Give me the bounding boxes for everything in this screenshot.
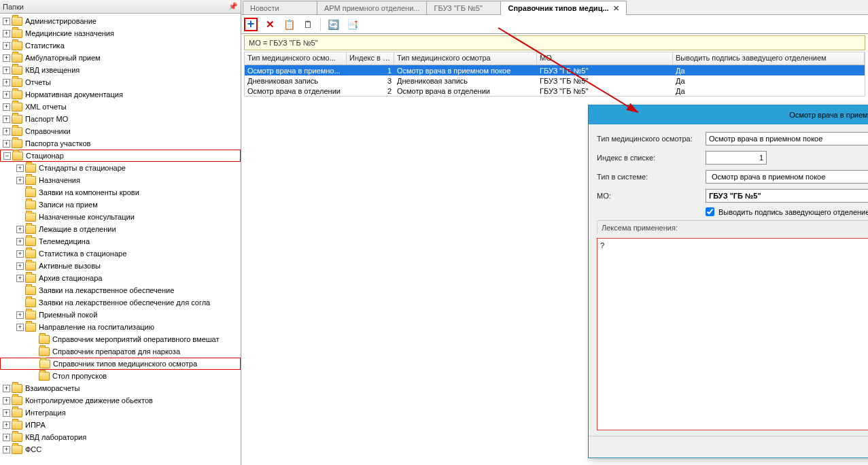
tab[interactable]: ГБУЗ "ГБ №5"	[426, 1, 501, 14]
toolbar: + ✕ 📋 🗒 🔄 📑	[241, 15, 868, 34]
tree-item-label: Лежащие в отделении	[39, 225, 116, 233]
tree-item[interactable]: +КВД извещения	[0, 64, 241, 76]
toolbar-btn-1[interactable]: 📋	[282, 18, 296, 31]
expand-icon[interactable]: +	[16, 177, 24, 184]
expand-icon[interactable]: +	[16, 250, 24, 258]
dialog-body: Тип медицинского осмотра: Индекс в списк…	[589, 124, 868, 436]
expand-icon[interactable]: +	[3, 421, 10, 429]
tree-item[interactable]: +Архив стационара	[0, 272, 241, 284]
expand-icon[interactable]: +	[3, 446, 10, 453]
expand-icon[interactable]: +	[3, 91, 10, 99]
grid-column-header[interactable]: МО	[537, 52, 673, 65]
grid-column-header[interactable]: Тип медицинского осмо...	[245, 52, 347, 65]
expand-icon[interactable]: +	[16, 311, 24, 319]
expand-icon[interactable]: +	[3, 434, 10, 441]
select-systype[interactable]: Осмотр врача в приемном покое	[706, 170, 868, 184]
expand-icon[interactable]: +	[3, 128, 10, 135]
tree-item[interactable]: Стол пропусков	[0, 370, 241, 382]
tree-item[interactable]: +Интеграция	[0, 407, 241, 419]
checkbox-show-signature[interactable]	[706, 207, 714, 216]
expand-icon[interactable]: +	[3, 140, 10, 148]
expand-icon[interactable]: +	[3, 79, 10, 86]
expand-icon[interactable]: +	[3, 409, 10, 417]
tree-item[interactable]: +XML отчеты	[0, 101, 241, 113]
tree-item[interactable]: +Отчеты	[0, 76, 241, 88]
expand-icon[interactable]: +	[3, 54, 10, 62]
add-button[interactable]: +	[244, 18, 258, 31]
tab[interactable]: АРМ приемного отделени...	[317, 1, 427, 14]
tree-item[interactable]: +Назначения	[0, 174, 241, 186]
grid-column-header[interactable]: Индекс в с...	[347, 52, 394, 65]
filter-bar[interactable]: МО = ГБУЗ "ГБ №5"	[244, 35, 865, 50]
input-index[interactable]	[706, 151, 767, 165]
tree-item[interactable]: +Статистика в стационаре	[0, 247, 241, 260]
input-exam-type[interactable]	[706, 132, 868, 145]
table-row[interactable]: Осмотр врача в отделении2Осмотр врача в …	[245, 86, 865, 96]
tree-item[interactable]: Назначенные консультации	[0, 211, 241, 223]
expand-icon[interactable]: +	[3, 30, 10, 37]
tree-item[interactable]: +КВД лаборатория	[0, 431, 241, 443]
expand-icon[interactable]: +	[16, 324, 24, 331]
list-icon: 📑	[347, 19, 358, 30]
tree-item[interactable]: Справочник мероприятий оперативного вмеш…	[0, 333, 241, 345]
pin-icon[interactable]: 📌	[228, 2, 238, 12]
tree-item[interactable]: +Статистика	[0, 39, 241, 52]
expand-icon[interactable]: +	[3, 397, 10, 404]
tree-item[interactable]: +Направление на госпитализацию	[0, 321, 241, 333]
expand-icon[interactable]: +	[3, 103, 10, 111]
tree-item[interactable]: +Администрирование	[0, 15, 241, 27]
tree-item[interactable]: Справочник типов медицинского осмотра	[0, 358, 241, 370]
expand-icon[interactable]: +	[16, 226, 24, 233]
tree-item[interactable]: Заявки на лекарственное обеспечение для …	[0, 296, 241, 309]
grid-column-header[interactable]: Выводить подпись заведущего отделением	[673, 52, 865, 65]
tree-item[interactable]: +Контролируемое движение обьектов	[0, 394, 241, 407]
table-row[interactable]: Осмотр врача в приемно...1Осмотр врача в…	[245, 65, 865, 75]
expand-icon[interactable]: +	[3, 67, 10, 74]
expand-icon[interactable]: +	[16, 275, 24, 282]
tree-item[interactable]: +Телемедицина	[0, 235, 241, 247]
mo-field[interactable]: ГБУЗ "ГБ №5"	[706, 189, 868, 203]
tree-item[interactable]: −Стационар	[0, 150, 241, 162]
expand-icon[interactable]: +	[16, 165, 24, 172]
collapse-icon[interactable]: −	[3, 152, 11, 160]
tree-item[interactable]: +Справочники	[0, 125, 241, 137]
tree-item[interactable]: +Нормативная документация	[0, 88, 241, 101]
expand-icon[interactable]: +	[3, 42, 10, 50]
tree-item[interactable]: Заявки на компоненты крови	[0, 186, 241, 199]
filter-text: МО = ГБУЗ "ГБ №5"	[249, 39, 318, 47]
toggle-blank	[16, 287, 24, 294]
tree-item[interactable]: +Активные вызовы	[0, 260, 241, 272]
tree-item[interactable]: Заявки на лекарственное обеспечение	[0, 284, 241, 296]
tree-item[interactable]: +Паспорт МО	[0, 113, 241, 125]
expand-icon[interactable]: +	[16, 238, 24, 245]
tree-item[interactable]: +Паспорта участков	[0, 137, 241, 150]
tree-item[interactable]: +Взаиморасчеты	[0, 382, 241, 394]
expand-icon[interactable]: +	[16, 262, 24, 270]
grid-column-header[interactable]: Тип медицинского осмотра	[394, 52, 537, 65]
tree-item[interactable]: +Стандарты в стационаре	[0, 162, 241, 174]
toolbar-btn-3[interactable]: 🔄	[326, 18, 340, 31]
tree-item[interactable]: +ФСС	[0, 443, 241, 455]
lexeme-body[interactable]: ?	[597, 238, 868, 430]
delete-button[interactable]: ✕	[263, 18, 277, 31]
tab[interactable]: Новости	[243, 1, 317, 14]
tab[interactable]: Справочник типов медиц...✕	[500, 1, 626, 15]
toolbar-btn-4[interactable]: 📑	[345, 18, 359, 31]
tab-close-icon[interactable]: ✕	[613, 4, 619, 13]
tree-item[interactable]: Записи на прием	[0, 199, 241, 211]
tree-item[interactable]: +Приемный покой	[0, 309, 241, 321]
dialog-titlebar[interactable]: Осмотр врача в приемном покое — ▢ ✕	[589, 105, 868, 124]
expand-icon[interactable]: +	[3, 385, 10, 392]
tree-item[interactable]: +Амбулаторный прием	[0, 52, 241, 64]
table-cell: Осмотр врача в отделении	[245, 87, 347, 95]
expand-icon[interactable]: +	[3, 116, 10, 123]
expand-icon[interactable]: +	[3, 18, 10, 25]
tree-item[interactable]: +Медицинские назначения	[0, 27, 241, 39]
folder-icon	[25, 274, 36, 283]
toolbar-btn-2[interactable]: 🗒	[301, 18, 315, 31]
tree-item[interactable]: +Лежащие в отделении	[0, 223, 241, 235]
table-row[interactable]: Дневниковая запись3Дневниковая записьГБУ…	[245, 75, 865, 86]
tree-item[interactable]: Справочник препаратов для наркоза	[0, 345, 241, 358]
folder-tree[interactable]: +Администрирование+Медицинские назначени…	[0, 14, 241, 465]
tree-item[interactable]: +ИПРА	[0, 419, 241, 431]
